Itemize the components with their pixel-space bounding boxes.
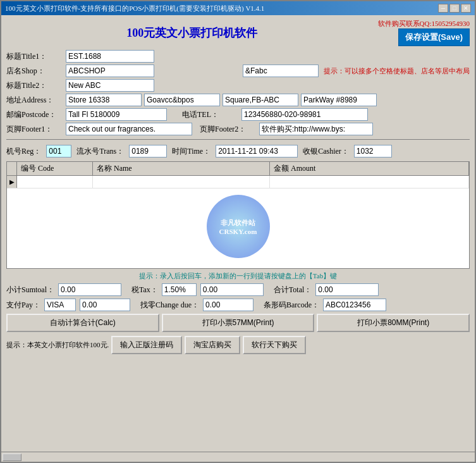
row-arrow: ▶	[7, 176, 17, 188]
register-row: 机号Reg： 流水号Trans： 时间Time： 收银Cashier：	[6, 144, 470, 159]
footer1-input[interactable]	[66, 123, 192, 135]
addr4-input[interactable]	[301, 94, 377, 106]
shop-label: 店名Shop：	[6, 66, 63, 77]
pay-method-input[interactable]	[44, 299, 76, 311]
col-name-header: 名称 Name	[93, 162, 270, 175]
title-bar: 100元英文小票打印软件-支持所有接口的POS小票打印机(需要安装打印机驱动) …	[1, 1, 475, 15]
purchase-link: 软件购买联系QQ:15052954930	[378, 19, 470, 28]
save-button[interactable]: 保存设置(Save)	[398, 28, 470, 46]
addr1-input[interactable]	[66, 94, 142, 106]
watermark: 非凡软件站 CRSKY.com	[207, 195, 270, 258]
addr2-input[interactable]	[144, 94, 220, 106]
reg-label: 机号Reg：	[6, 146, 41, 157]
tax-value-input[interactable]	[200, 283, 264, 296]
title2-row: 标题Title2：	[6, 79, 470, 92]
time-label: 时间Time：	[172, 146, 211, 157]
app-title: 100元英文小票打印机软件	[6, 25, 378, 40]
register-button[interactable]: 输入正版注册码	[111, 336, 182, 354]
calc-row2: 支付Pay： 找零Change due： 条形码Barcode：	[6, 299, 470, 311]
shop-hint: 提示：可以接多个空格使标题、店名等居中布局	[324, 66, 470, 76]
table-hint: 提示：录入后按回车，添加新的一行到提请按键盘上的【Tab】键	[6, 271, 470, 281]
app-title-row: 100元英文小票打印机软件 软件购买联系QQ:15052954930 保存设置(…	[6, 19, 470, 46]
title1-row: 标题Title1：	[6, 50, 470, 63]
calc-button[interactable]: 自动计算合计(Calc)	[6, 314, 159, 332]
print57-button[interactable]: 打印小票57MM(Print)	[162, 314, 315, 332]
footer1-label: 页脚Footer1：	[6, 124, 63, 135]
bottom-hint: 提示：本英文小票打印软件100元.	[6, 340, 109, 350]
subtotal-input[interactable]	[58, 283, 121, 296]
trans-input[interactable]	[129, 145, 167, 157]
title2-label: 标题Title2：	[6, 80, 63, 91]
ruanxing-button[interactable]: 软行天下购买	[243, 336, 306, 354]
calc-row1: 小计Sumtoal： 税Tax： 合计Total：	[6, 283, 470, 296]
row-name[interactable]	[93, 176, 270, 188]
title1-label: 标题Title1：	[6, 51, 63, 62]
scrollbar[interactable]	[1, 452, 475, 462]
cashier-input[interactable]	[354, 145, 392, 157]
table-body: ▶ 非凡软件站 CRSKY.com	[7, 176, 469, 268]
scrollbar-thumb[interactable]	[3, 454, 21, 461]
pay-label: 支付Pay：	[6, 300, 40, 311]
table-header: 编号 Code 名称 Name 金额 Amount	[7, 162, 469, 176]
maximize-button[interactable]: □	[449, 4, 460, 13]
print80-button[interactable]: 打印小票80MM(Print)	[317, 314, 470, 332]
tel-label: 电话TEL：	[182, 109, 239, 120]
shop-input[interactable]	[66, 65, 154, 77]
title1-input[interactable]	[66, 50, 154, 63]
change-input[interactable]	[203, 299, 253, 311]
subtotal-label: 小计Sumtoal：	[6, 285, 54, 295]
change-label: 找零Change due：	[140, 300, 199, 311]
reg-input[interactable]	[46, 145, 71, 157]
action-buttons: 自动计算合计(Calc) 打印小票57MM(Print) 打印小票80MM(Pr…	[6, 314, 470, 332]
watermark-line1: 非凡软件站	[221, 218, 255, 228]
col-amount-header: 金额 Amount	[270, 162, 469, 175]
row-amount[interactable]	[270, 176, 469, 188]
divider1	[6, 139, 470, 140]
col-code-header: 编号 Code	[17, 162, 93, 175]
barcode-label: 条形码Barcode：	[264, 300, 319, 311]
time-input[interactable]	[216, 145, 298, 157]
addr3-input[interactable]	[223, 94, 298, 106]
window-title: 100元英文小票打印软件-支持所有接口的POS小票打印机(需要安装打印机驱动) …	[5, 4, 264, 13]
window-controls: ─ □ ✕	[438, 4, 471, 13]
title2-input[interactable]	[66, 79, 154, 92]
total-label: 合计Total：	[274, 285, 312, 295]
content-area: 100元英文小票打印机软件 软件购买联系QQ:15052954930 保存设置(…	[1, 15, 475, 452]
watermark-circle: 非凡软件站 CRSKY.com	[207, 195, 270, 258]
barcode-input[interactable]	[323, 299, 386, 311]
main-window: 100元英文小票打印软件-支持所有接口的POS小票打印机(需要安装打印机驱动) …	[0, 0, 476, 463]
shop-row: 店名Shop： 提示：可以接多个空格使标题、店名等居中布局	[6, 65, 470, 77]
close-button[interactable]: ✕	[461, 4, 471, 13]
tax-label: 税Tax：	[131, 285, 158, 295]
items-table: 编号 Code 名称 Name 金额 Amount ▶ 非凡软件站 CRSKY.…	[6, 161, 470, 269]
footer2-input[interactable]	[259, 123, 373, 135]
minimize-button[interactable]: ─	[438, 4, 448, 13]
bottom-row: 提示：本英文小票打印软件100元. 输入正版注册码 淘宝店购买 软行天下购买	[6, 336, 470, 354]
address-row: 地址Address：	[6, 94, 470, 106]
postcode-row: 邮编Postcode： 电话TEL：	[6, 108, 470, 121]
shop-right-input[interactable]	[243, 65, 319, 77]
trans-label: 流水号Trans：	[76, 146, 124, 157]
total-input[interactable]	[315, 283, 379, 296]
watermark-line2: CRSKY.com	[219, 228, 257, 235]
addr-label: 地址Address：	[6, 95, 63, 106]
form-section: 标题Title1： 店名Shop： 提示：可以接多个空格使标题、店名等居中布局 …	[6, 50, 470, 135]
tel-input[interactable]	[241, 108, 368, 121]
pay-value-input[interactable]	[80, 299, 130, 311]
cashier-label: 收银Cashier：	[303, 146, 349, 157]
postcode-input[interactable]	[66, 108, 167, 121]
taobao-button[interactable]: 淘宝店购买	[185, 336, 240, 354]
table-row: ▶	[7, 176, 469, 188]
postcode-label: 邮编Postcode：	[6, 109, 63, 120]
row-code[interactable]	[17, 176, 93, 188]
calc-section: 小计Sumtoal： 税Tax： 合计Total： 支付Pay： 找零Chang…	[6, 283, 470, 311]
footer2-label: 页脚Footer2：	[200, 124, 257, 135]
footer-row: 页脚Footer1： 页脚Footer2：	[6, 123, 470, 135]
tax-pct-input[interactable]	[162, 283, 197, 296]
